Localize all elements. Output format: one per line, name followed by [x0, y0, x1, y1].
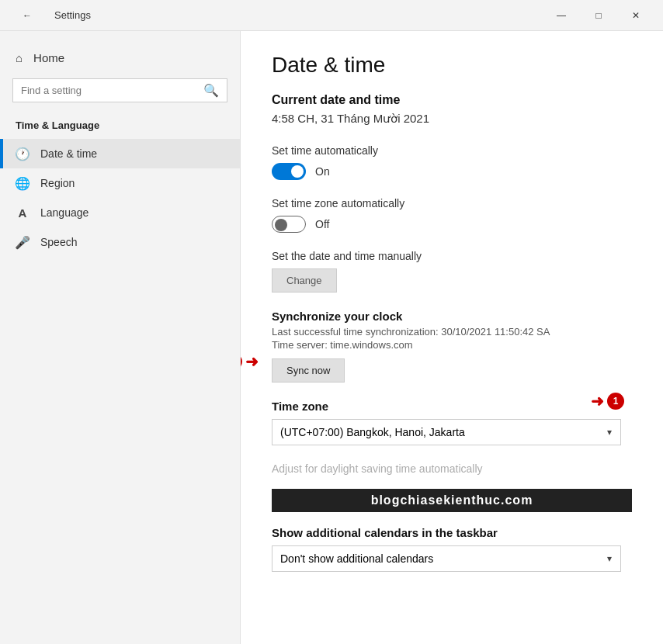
- calendars-block: Show additional calendars in the taskbar…: [272, 526, 632, 572]
- current-datetime-heading: Current date and time: [272, 93, 632, 107]
- sidebar-item-region-label: Region: [40, 177, 75, 189]
- sidebar: ⌂ Home 🔍 Time & Language 🕐 Date & time 🌐…: [0, 31, 241, 644]
- sync-now-button[interactable]: Sync now: [272, 358, 345, 383]
- calendar-select-wrapper: Don't show additional calendars ▾: [272, 545, 621, 572]
- app-body: ⌂ Home 🔍 Time & Language 🕐 Date & time 🌐…: [0, 31, 663, 644]
- window-title: Settings: [54, 9, 91, 21]
- title-bar: ← Settings — □ ✕: [0, 0, 663, 31]
- set-time-auto-toggle-row: On: [272, 163, 632, 180]
- minimize-button[interactable]: —: [543, 3, 579, 28]
- sync-heading: Synchronize your clock: [272, 310, 632, 323]
- sidebar-item-date-time-label: Date & time: [40, 147, 97, 160]
- content-area: Date & time Current date and time 4:58 C…: [241, 31, 663, 644]
- change-button[interactable]: Change: [272, 268, 337, 293]
- maximize-button[interactable]: □: [581, 3, 616, 28]
- set-time-auto-toggle[interactable]: [272, 163, 306, 180]
- sidebar-item-language[interactable]: A Language: [0, 198, 240, 227]
- date-time-icon: 🕐: [16, 147, 30, 161]
- tz-select[interactable]: (UTC+07:00) Bangkok, Hanoi, Jakarta (UTC…: [272, 419, 621, 445]
- language-icon: A: [16, 206, 30, 220]
- watermark: blogchiasekienthuc.com: [272, 489, 632, 512]
- current-datetime-value: 4:58 CH, 31 Tháng Mười 2021: [272, 112, 632, 126]
- annotation-2-arrow: ➜: [245, 352, 259, 371]
- home-icon: ⌂: [16, 51, 23, 64]
- daylight-label: Adjust for daylight saving time automati…: [272, 462, 632, 475]
- set-manual-label: Set the date and time manually: [272, 250, 632, 262]
- set-manual-block: Set the date and time manually Change: [272, 250, 632, 293]
- set-tz-auto-toggle-row: Off: [272, 216, 632, 233]
- tz-select-wrapper: (UTC+07:00) Bangkok, Hanoi, Jakarta (UTC…: [272, 419, 621, 445]
- sidebar-section-label: Time & Language: [0, 115, 240, 139]
- back-button[interactable]: ←: [9, 3, 45, 28]
- set-tz-auto-value: Off: [315, 218, 329, 230]
- sidebar-item-region[interactable]: 🌐 Region: [0, 168, 240, 198]
- sidebar-item-speech[interactable]: 🎤 Speech: [0, 227, 240, 257]
- speech-icon: 🎤: [16, 235, 30, 249]
- sidebar-item-home[interactable]: ⌂ Home: [0, 43, 240, 72]
- time-zone-block: Time zone ➜ 1 (UTC+07:00) Bangkok, Hanoi…: [272, 400, 632, 445]
- set-time-auto-block: Set time automatically On: [272, 144, 632, 180]
- set-time-auto-label: Set time automatically: [272, 144, 632, 157]
- set-tz-auto-toggle[interactable]: [272, 216, 306, 233]
- window-controls: — □ ✕: [543, 3, 654, 28]
- sidebar-item-date-time[interactable]: 🕐 Date & time: [0, 139, 240, 168]
- annotation-2-circle: 2: [241, 353, 242, 370]
- toggle-knob-on: [291, 165, 304, 178]
- back-icon: ←: [23, 10, 32, 21]
- set-tz-auto-label: Set time zone automatically: [272, 197, 632, 209]
- search-icon: 🔍: [203, 83, 219, 98]
- page-title: Date & time: [272, 53, 632, 78]
- region-icon: 🌐: [16, 176, 30, 190]
- toggle-knob-off: [275, 219, 287, 231]
- sync-info-2: Time server: time.windows.com: [272, 339, 632, 351]
- close-button[interactable]: ✕: [618, 3, 654, 28]
- calendars-heading: Show additional calendars in the taskbar: [272, 526, 632, 539]
- sync-info-1: Last successful time synchronization: 30…: [272, 326, 632, 338]
- sidebar-home-label: Home: [33, 51, 64, 64]
- tz-label: Time zone: [272, 400, 632, 413]
- sync-block: Synchronize your clock Last successful t…: [272, 310, 632, 383]
- search-input[interactable]: [21, 85, 197, 96]
- set-tz-auto-block: Set time zone automatically Off: [272, 197, 632, 233]
- calendar-select[interactable]: Don't show additional calendars: [272, 545, 621, 572]
- sidebar-item-speech-label: Speech: [40, 236, 77, 248]
- sidebar-item-language-label: Language: [40, 206, 89, 219]
- search-box[interactable]: 🔍: [12, 78, 227, 102]
- set-time-auto-value: On: [315, 165, 330, 178]
